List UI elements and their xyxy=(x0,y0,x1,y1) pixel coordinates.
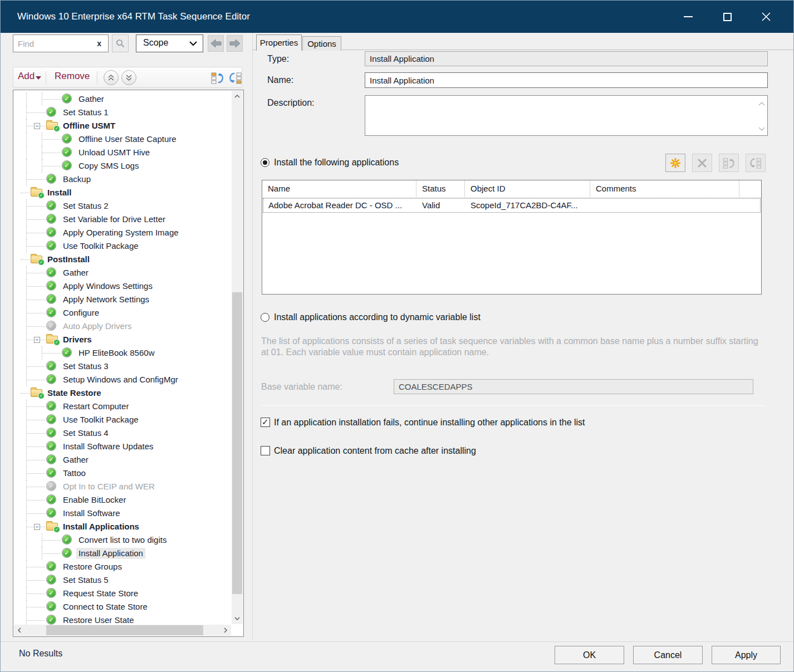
tree-item[interactable]: Restore Groups xyxy=(14,560,231,573)
tree-item[interactable]: Install Software xyxy=(14,507,231,520)
tree-item[interactable]: Enable BitLocker xyxy=(14,493,231,507)
tree-item[interactable]: Apply Windows Settings xyxy=(14,279,231,293)
tree-item[interactable]: Request State Store xyxy=(14,587,231,600)
minimize-button[interactable] xyxy=(675,1,701,33)
tree-collapse-toggle[interactable] xyxy=(34,524,40,530)
remove-button[interactable]: Remove xyxy=(55,71,90,82)
move-application-up-button xyxy=(719,154,739,172)
toolbar-separator xyxy=(97,71,97,85)
scroll-down-arrow-icon[interactable] xyxy=(232,613,243,624)
find-clear-button[interactable]: x xyxy=(97,38,101,48)
tree-toolbar: Add Remove xyxy=(13,67,242,88)
step-success-icon xyxy=(46,361,56,371)
radio-install-following[interactable] xyxy=(261,158,269,167)
tree-item[interactable]: Set Variable for Drive Letter xyxy=(14,213,231,226)
close-button[interactable] xyxy=(753,1,779,33)
tree-vertical-scrollbar[interactable] xyxy=(232,91,243,624)
application-row[interactable]: Adobe Acrobat Reader DC - OSD ...ValidSc… xyxy=(263,198,761,213)
tree-item[interactable]: State Restore xyxy=(14,386,231,400)
tree-item-label: Gather xyxy=(63,267,89,278)
indent-out-button[interactable] xyxy=(210,70,224,85)
tree-rows: GatherSet Status 1Offline USMTOffline Us… xyxy=(14,92,231,625)
radio-dynamic-variable-list[interactable] xyxy=(261,313,269,322)
tree-item[interactable]: Copy SMS Logs xyxy=(14,159,231,173)
tree-item[interactable]: Convert list to two digits xyxy=(14,533,231,547)
tree-item[interactable]: Set Status 4 xyxy=(14,426,231,440)
tree-item[interactable]: Set Status 2 xyxy=(14,199,231,213)
tree-item[interactable]: Gather xyxy=(14,92,231,106)
tree-horizontal-scrollbar[interactable] xyxy=(14,625,231,636)
move-step-up-button[interactable] xyxy=(104,70,119,85)
tree-item[interactable]: Restore User State xyxy=(14,614,231,625)
column-header-object-id[interactable]: Object ID xyxy=(465,180,590,197)
tree-item[interactable]: Set Status 5 xyxy=(14,573,231,587)
tree-item[interactable]: Install Software Updates xyxy=(14,440,231,453)
tree-item[interactable]: Auto Apply Drivers xyxy=(14,320,231,333)
new-application-button[interactable] xyxy=(665,154,685,172)
tree-item[interactable]: Configure xyxy=(14,306,231,320)
cancel-button[interactable]: Cancel xyxy=(633,646,703,664)
tree-item[interactable]: Set Status 3 xyxy=(14,360,231,373)
column-header-comments[interactable]: Comments xyxy=(590,180,739,197)
move-application-down-button xyxy=(746,154,766,172)
tree-vscroll-thumb[interactable] xyxy=(232,292,242,594)
step-success-icon xyxy=(62,534,72,545)
move-step-down-button[interactable] xyxy=(121,70,136,85)
tree-item[interactable]: Apply Network Settings xyxy=(14,293,231,306)
tree-item[interactable]: Drivers xyxy=(14,333,231,346)
tree-item[interactable]: Use Toolkit Package xyxy=(14,413,231,426)
tree-item[interactable]: HP EliteBook 8560w xyxy=(14,346,231,360)
tree-collapse-toggle[interactable] xyxy=(34,337,40,343)
tree-item[interactable]: Gather xyxy=(14,453,231,467)
tree-item[interactable]: Install Applications xyxy=(14,520,231,533)
clear-cache-checkbox[interactable] xyxy=(261,446,270,455)
tree-item-label: Apply Operating System Image xyxy=(63,227,179,238)
textarea-scroll-up-icon[interactable] xyxy=(758,98,765,108)
tree-guide-line xyxy=(21,193,30,193)
ok-button[interactable]: OK xyxy=(555,646,624,664)
scroll-right-arrow-icon[interactable] xyxy=(220,625,231,636)
tree-item[interactable]: Use Toolkit Package xyxy=(14,239,231,253)
tree-item[interactable]: Install Application xyxy=(14,547,231,560)
tree-item[interactable]: Opt In to CEIP and WER xyxy=(14,480,231,493)
indent-in-button[interactable] xyxy=(228,70,242,85)
tree-item-label: Request State Store xyxy=(63,588,138,599)
tree-item[interactable]: Apply Operating System Image xyxy=(14,226,231,239)
tree-item[interactable]: Restart Computer xyxy=(14,400,231,413)
tab-properties[interactable]: Properties xyxy=(256,35,302,51)
tree-item-label: Set Status 2 xyxy=(63,200,109,212)
apply-button[interactable]: Apply xyxy=(712,646,781,664)
tree-item[interactable]: Setup Windows and ConfigMgr xyxy=(14,373,231,386)
column-header-status[interactable]: Status xyxy=(416,180,465,197)
continue-on-fail-checkbox[interactable] xyxy=(261,418,270,427)
tree-item[interactable]: Install xyxy=(14,186,231,199)
folder-icon xyxy=(31,389,42,397)
scroll-up-arrow-icon[interactable] xyxy=(232,91,243,102)
tree-collapse-toggle[interactable] xyxy=(34,123,40,129)
tree-item[interactable]: Gather xyxy=(14,266,231,279)
tab-options[interactable]: Options xyxy=(302,36,341,51)
tree-item[interactable]: Connect to State Store xyxy=(14,600,231,614)
tree-item[interactable]: Offline User State Capture xyxy=(14,133,231,146)
double-chevron-up-icon xyxy=(107,74,115,81)
tree-item[interactable]: PostInstall xyxy=(14,253,231,266)
tree-hscroll-thumb[interactable] xyxy=(46,625,203,635)
scope-dropdown[interactable]: Scope xyxy=(136,35,203,52)
tree-item[interactable]: Offline USMT xyxy=(14,119,231,133)
tree-item[interactable]: Tattoo xyxy=(14,467,231,480)
scroll-left-arrow-icon[interactable] xyxy=(14,625,25,636)
description-field[interactable] xyxy=(365,95,768,136)
step-success-icon xyxy=(46,174,56,184)
textarea-scroll-down-icon[interactable] xyxy=(758,123,765,133)
column-header-name[interactable]: Name xyxy=(262,180,416,197)
name-field[interactable]: Install Application xyxy=(365,72,768,88)
tree-item-label: Set Status 4 xyxy=(63,428,109,439)
find-input[interactable] xyxy=(17,37,92,50)
tree-item[interactable]: Set Status 1 xyxy=(14,106,231,119)
tree-guide-line xyxy=(26,92,27,106)
tree-item-label: Copy SMS Logs xyxy=(79,160,139,171)
tree-item[interactable]: Unload USMT Hive xyxy=(14,146,231,159)
add-button[interactable]: Add xyxy=(18,71,35,82)
maximize-button[interactable] xyxy=(714,1,740,33)
tree-item[interactable]: Backup xyxy=(14,173,231,186)
